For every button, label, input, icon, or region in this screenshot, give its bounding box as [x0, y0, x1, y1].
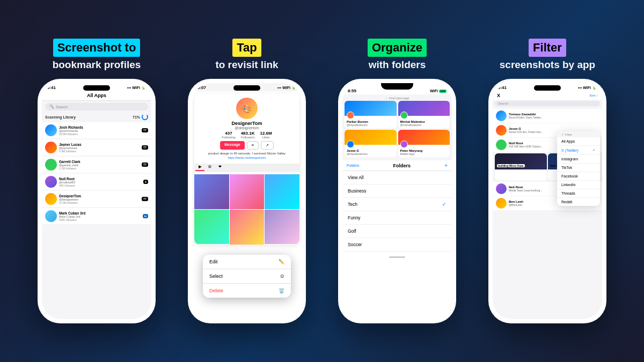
profile-name: Mark Cuban 3rd [59, 211, 141, 215]
avatar [45, 124, 57, 136]
search-bar-1[interactable]: 🔍 Search [45, 103, 148, 110]
table-row[interactable]: Mark Cuban 3rd Mark Cuban 3rd 500K follo… [42, 208, 151, 224]
filter-option-x[interactable]: X (Twitter) ✓ [557, 146, 600, 155]
filter-option-all[interactable]: All Apps [557, 137, 600, 146]
scanning-bar: Scanning Library 71% [45, 114, 148, 120]
phone-screen-2: 9:07 ▪▪▪ WiFi 🔋 🎨 DesignerTom @designert… [192, 83, 302, 319]
video-thumb-1[interactable] [194, 174, 229, 209]
filter-option-tiktok[interactable]: TikTok [557, 164, 600, 172]
status-icons-1: ▪▪▪ WiFi 🔋 [127, 86, 146, 90]
follow-button[interactable]: ≡ [247, 141, 259, 150]
status-icons-2: ▪▪▪ WiFi 🔋 [277, 86, 296, 90]
folder-item-viewall[interactable]: View All [342, 171, 452, 184]
table-row[interactable]: DesignerTom @designertom 12.6M followers… [42, 191, 151, 207]
followers-label: Following [222, 136, 235, 139]
feature-subtitle-4: screenshots by app [500, 58, 595, 72]
menu-item-select[interactable]: Select ⊙ [203, 269, 291, 284]
battery-icon-3: 100 [439, 90, 447, 93]
features-container: Screenshot to bookmark profiles 9:41 ▪▪▪… [16, 28, 628, 334]
phone-2: 9:07 ▪▪▪ WiFi 🔋 🎨 DesignerTom @designert… [188, 79, 306, 323]
platform-badge: X [143, 180, 148, 184]
folder-item-golf[interactable]: Golf [342, 225, 452, 238]
tiktok-tab-videos[interactable]: ▶ [195, 164, 204, 171]
menu-item-edit[interactable]: Edit ✏️ [203, 255, 291, 269]
profile-banner [345, 130, 397, 145]
signal-icon: ▪▪▪ [127, 86, 131, 90]
wifi-icon-2: WiFi [282, 86, 290, 90]
filter-option-reddit[interactable]: Reddit [557, 198, 600, 206]
filter-header: X Sort ↕ [493, 91, 602, 100]
profile-mini-handle: @michalmalewicz [400, 123, 448, 127]
filter-option-instagram[interactable]: Instagram [557, 155, 600, 164]
folder-item-business[interactable]: Business [342, 184, 452, 198]
phone-content-2: 9:07 ▪▪▪ WiFi 🔋 🎨 DesignerTom @designert… [192, 83, 302, 319]
avatar [45, 142, 57, 153]
feature-card-filter: Filter screenshots by app 9:41 ▪▪▪ WiFi … [477, 39, 618, 323]
filter-option-linkedin[interactable]: LinkedIn [557, 181, 600, 189]
message-button[interactable]: Message [220, 141, 245, 150]
feature-subtitle-3: with folders [368, 58, 427, 72]
profile-handle: Round Robin: Does Twitter... [509, 116, 599, 119]
phone-1: 9:41 ▪▪▪ WiFi 🔋 All Apps 🔍 Search [38, 79, 156, 323]
profile-card[interactable]: Jesse G @imparkerburton [345, 130, 397, 157]
dynamic-island-4 [534, 85, 561, 91]
tiktok-tab-saved[interactable]: ⊞ [205, 164, 215, 171]
tiktok-handle: @designertom [235, 126, 259, 130]
feature-highlight-2: Tap [232, 39, 261, 57]
filter-section-label: ✓ Filter [557, 131, 600, 137]
sort-button[interactable]: Sort ↕ [589, 94, 598, 97]
tiktok-tab-liked[interactable]: ❤ [215, 164, 225, 171]
table-row[interactable]: Garrett Clark @garrett_clark 1.2M follow… [42, 157, 151, 173]
profile-card[interactable]: Peter Maryung Mobile Apps [398, 130, 450, 157]
wifi-icon-3: WiFi [430, 89, 438, 93]
time-4: 9:41 [498, 85, 507, 90]
table-row[interactable]: Josh Richards @joshrichards 28.6M follow… [42, 122, 151, 138]
profile-card[interactable]: Parker Burton @imparkerburton [345, 101, 397, 128]
phone-header-1: All Apps [42, 91, 151, 101]
folders-edit-button[interactable]: Folders [347, 164, 359, 167]
list-item[interactable]: Tomasz Zawadzki Round Robin: Does Twitte… [493, 109, 602, 123]
scanning-label: Scanning Library [45, 115, 76, 119]
feature-subtitle-1: bookmark profiles [53, 58, 141, 72]
search-icon-1: 🔍 [49, 105, 54, 109]
share-button[interactable]: ↗ [261, 141, 274, 150]
filter-search[interactable]: Search [495, 101, 600, 106]
phone-content-3: 8:55 WiFi 100 ← Find last page [342, 83, 452, 319]
profile-stats: 12.6M followers [59, 201, 140, 204]
profile-mini-avatar [400, 141, 408, 148]
profile-card-mini[interactable]: building Micro-Saas [495, 153, 547, 180]
tiktok-stat-following: 483.1K Followers [241, 131, 255, 139]
video-thumb-6[interactable] [265, 210, 299, 245]
menu-item-delete[interactable]: Delete 🗑️ [203, 284, 291, 298]
select-label: Select [209, 274, 223, 279]
tiktok-link[interactable]: https://bento.me/designertom [228, 156, 266, 159]
likes-label: Likes [260, 136, 272, 139]
filter-option-facebook[interactable]: Facebook [557, 172, 600, 181]
folder-item-funny[interactable]: Funny [342, 211, 452, 225]
following-label: Followers [241, 136, 255, 139]
video-thumb-2[interactable] [230, 174, 265, 209]
folder-item-soccer[interactable]: Soccer [342, 238, 452, 252]
profile-stats: 500K followers [59, 218, 141, 221]
folder-item-tech[interactable]: Tech ✓ [342, 198, 452, 211]
battery-icon-2: 🔋 [291, 86, 296, 90]
video-thumb-5[interactable] [230, 210, 265, 245]
table-row[interactable]: Null Root @nullroot69 45K followers X [42, 174, 151, 190]
table-row[interactable]: Jayner Lucas @joynerlucas 2.4M followers… [42, 139, 151, 156]
filter-label: All Apps [561, 139, 575, 143]
folders-add-button[interactable]: + [444, 162, 448, 168]
status-icons-3: WiFi 100 [430, 89, 447, 93]
tiktok-bio: product design in 40 seconds. I survived… [206, 152, 288, 155]
tiktok-username: DesignerTom [232, 121, 262, 126]
profile-mini-handle: Mobile Apps [400, 152, 448, 156]
time-3: 8:55 [348, 88, 356, 93]
video-thumb-3[interactable] [265, 174, 299, 209]
folder-check-icon: ✓ [442, 202, 447, 207]
profile-card[interactable]: Michal Malewicz @michalmalewicz [398, 101, 450, 128]
check-icon: ✓ [592, 148, 596, 152]
feature-card-tap: Tap to revisit link 9:07 ▪▪▪ WiFi 🔋 [177, 39, 317, 323]
profile-name: Josh Richards [59, 125, 140, 129]
filter-option-threads[interactable]: Threads [557, 189, 600, 198]
video-thumb-4[interactable] [194, 210, 229, 245]
search-placeholder-1: Search [56, 105, 68, 109]
